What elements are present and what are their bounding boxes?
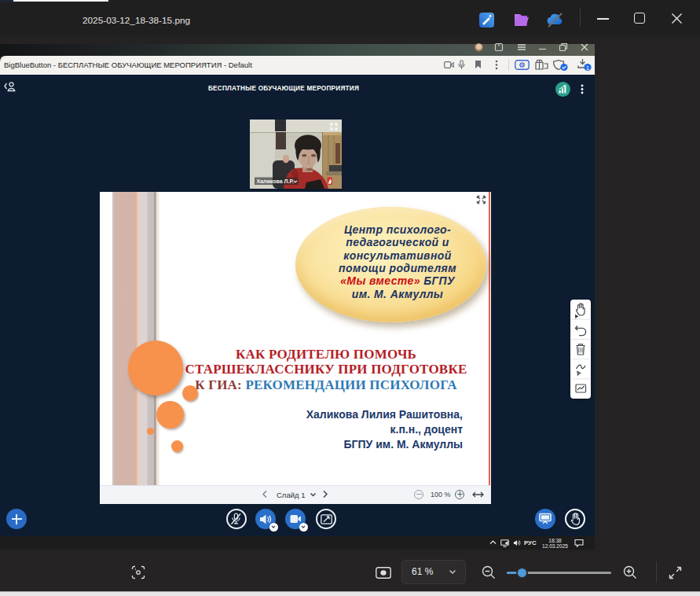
svg-text:Халикова Л.Р.: Халикова Л.Р. [257, 178, 295, 184]
svg-text:1: 1 [586, 64, 590, 72]
